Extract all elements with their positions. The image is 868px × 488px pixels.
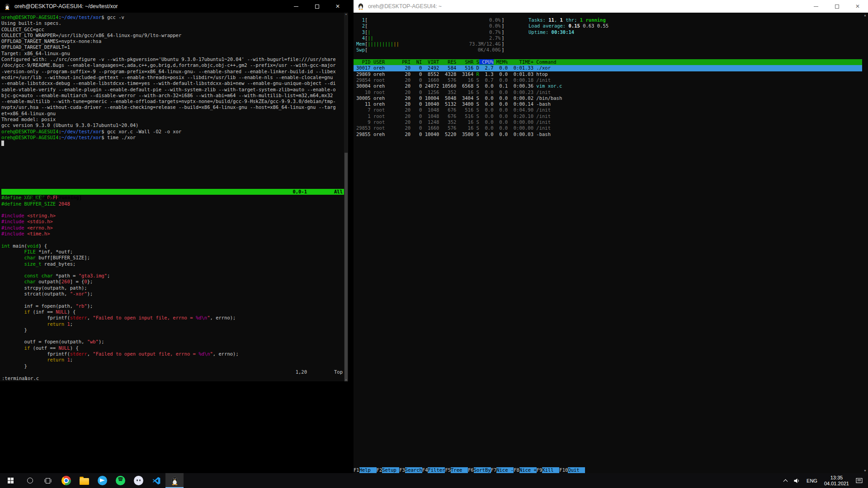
taskbar-app-spotify[interactable] xyxy=(111,473,129,488)
vim-split-view[interactable]: oreh@DESKTOP-AGESUI4:~/dev/test/xor$ gcc… xyxy=(0,13,344,381)
code-line: FILE *inf, *outf; xyxy=(1,249,344,255)
fkey-label-setup[interactable]: Setup xyxy=(382,467,399,473)
search-button[interactable] xyxy=(21,473,39,488)
process-row[interactable]: 10 root 20 0 1256 352 16 S 0.0 0.0 0:00.… xyxy=(354,89,862,95)
close-icon: ✕ xyxy=(855,3,860,9)
fkey-f6[interactable]: F6 xyxy=(468,467,474,473)
fkey-label-help[interactable]: Help xyxy=(359,467,377,473)
shell-line: --enable-libstdcxx-debug --enable-libstd… xyxy=(1,80,344,86)
fkey-label-tree[interactable]: Tree xyxy=(451,467,468,473)
fkey-f3[interactable]: F3 xyxy=(399,467,405,473)
left-scrollbar[interactable] xyxy=(344,13,348,381)
process-row[interactable]: 30004 oreh 20 0 24072 10560 6568 S 0.0 0… xyxy=(354,83,862,89)
code-line: return 1; xyxy=(1,357,344,363)
process-row[interactable]: 1 root 20 0 1048 676 516 S 0.0 0.0 0:20.… xyxy=(354,113,862,119)
code-line xyxy=(1,237,344,243)
code-line xyxy=(1,207,344,213)
action-center-icon xyxy=(856,478,863,484)
fkey-f2[interactable]: F2 xyxy=(377,467,382,473)
left-titlebar[interactable]: oreh@DESKTOP-AGESUI4: ~/dev/test/xor ✕ xyxy=(0,0,348,13)
left-terminal-window: oreh@DESKTOP-AGESUI4: ~/dev/test/xor ✕ o… xyxy=(0,0,348,381)
htop-summary-line: Load average: 0.15 0.63 0.55 xyxy=(528,23,609,29)
shell-line: OFFLOAD_TARGET_DEFAULT=1 xyxy=(1,44,344,50)
close-button[interactable]: ✕ xyxy=(327,0,348,13)
code-line: if (outf == NULL) { xyxy=(1,345,344,351)
process-row[interactable]: 9 root 20 0 1248 352 16 S 0.0 0.0 0:00.0… xyxy=(354,119,862,125)
fkey-f9[interactable]: F9 xyxy=(537,467,542,473)
shell-line: Target: x86_64-linux-gnu xyxy=(1,51,344,56)
windows-logo-icon xyxy=(8,478,14,483)
process-row[interactable]: 11 oreh 20 0 10040 5132 3400 S 0.0 0.0 0… xyxy=(354,101,862,107)
action-center-button[interactable] xyxy=(853,473,866,488)
code-line: #include <string.h> xyxy=(1,213,344,219)
taskbar-app-vscode[interactable] xyxy=(147,473,165,488)
cpu-meter-3: 3[|0.7%] xyxy=(356,29,862,35)
process-row[interactable]: 29855 oreh 20 0 10040 5220 3500 S 0.0 0.… xyxy=(354,131,862,137)
shell-line: COLLECT_LTO_WRAPPER=/usr/lib/gcc/x86_64-… xyxy=(1,33,344,38)
left-scrollbar-thumb[interactable] xyxy=(344,153,348,381)
chrome-icon xyxy=(61,476,71,485)
fkey-f5[interactable]: F5 xyxy=(445,467,451,473)
discord-icon xyxy=(134,476,143,485)
htop-meters: 1[0.0%] 2[0.0%] 3[|0.7%] 4[||2.7%]Mem[||… xyxy=(356,17,862,53)
htop-summary: Tasks: 11, 1 thr; 1 runningLoad average:… xyxy=(528,17,609,35)
fkey-f1[interactable]: F1 xyxy=(354,467,359,473)
language-indicator[interactable]: ENG xyxy=(803,473,821,488)
terminal-ruler: 0,0-1 xyxy=(292,189,307,195)
fkey-f4[interactable]: F4 xyxy=(422,467,428,473)
process-row[interactable]: 30017 oreh 20 0 2492 584 516 D 2.7 0.0 0… xyxy=(354,65,862,71)
shell-line: Thread model: posix xyxy=(1,117,344,122)
vim-file-statusline: xor.c 1,20 Top xyxy=(1,369,344,375)
code-line xyxy=(1,333,344,339)
fkey-f10[interactable]: F10 xyxy=(559,467,568,473)
code-line xyxy=(1,297,344,303)
fkey-f8[interactable]: F8 xyxy=(514,467,519,473)
shell-line: -version-only --program-suffix=-9 --prog… xyxy=(1,69,344,75)
volume-button[interactable] xyxy=(790,473,803,488)
fkey-label-search[interactable]: Search xyxy=(405,467,422,473)
code-line: if (inf == NULL) { xyxy=(1,309,344,315)
taskbar-app-file-explorer[interactable] xyxy=(75,473,93,488)
start-button[interactable] xyxy=(0,473,21,488)
fkey-label-nice--[interactable]: Nice - xyxy=(496,467,514,473)
fkey-label-filter[interactable]: Filter xyxy=(428,467,445,473)
maximize-button[interactable] xyxy=(826,0,847,13)
code-line: return 1; xyxy=(1,321,344,327)
shell-line: --enable-multilib --with-tune=generic --… xyxy=(1,99,344,104)
tray-chevron-button[interactable] xyxy=(781,473,790,488)
memory-meter: Mem[|||||||||||73.3M/12.4G] xyxy=(356,41,862,47)
cpu-meter-2: 2[0.0%] xyxy=(356,23,862,29)
shell-line: OFFLOAD_TARGET_NAMES=nvptx-none:hsa xyxy=(1,38,344,44)
process-row[interactable]: 29869 oreh 20 0 8552 4328 3164 R 1.3 0.0… xyxy=(354,71,862,77)
fkey-label-kill[interactable]: Kill xyxy=(542,467,559,473)
taskbar-app-linux-terminal[interactable] xyxy=(165,473,184,488)
process-row[interactable]: 7 root 20 0 1048 676 516 S 0.0 0.0 0:04.… xyxy=(354,107,862,113)
code-line: size_t read_bytes; xyxy=(1,261,344,267)
code-line: int main(void) { xyxy=(1,243,344,249)
process-row[interactable]: 29854 root 20 0 1660 576 16 S 0.7 0.0 0:… xyxy=(354,77,862,83)
fkey-label-nice-+[interactable]: Nice + xyxy=(519,467,537,473)
process-table-header-row[interactable]: PID USER PRI NI VIRT RES SHR S CPU% MEM%… xyxy=(354,59,862,65)
clock[interactable]: 13:35 04.01.2021 xyxy=(821,475,853,487)
shell-line: Configured with: ../src/configure -v --w… xyxy=(1,56,344,62)
maximize-button[interactable] xyxy=(307,0,327,13)
right-scrollbar[interactable] xyxy=(862,13,868,473)
shell-line: /doc/gcc-9/README.Bugs --enable-language… xyxy=(1,62,344,68)
process-row[interactable]: 30005 oreh 20 0 10004 5048 3404 S 0.0 0.… xyxy=(354,95,862,101)
fkey-label-quit[interactable]: Quit xyxy=(568,467,585,473)
taskbar-app-chrome[interactable] xyxy=(57,473,75,488)
fkey-label-sortby[interactable]: SortBy xyxy=(474,467,491,473)
taskbar-app-telegram[interactable] xyxy=(93,473,111,488)
code-line: char buff[BUFFER_SIZE]; xyxy=(1,255,344,261)
right-titlebar[interactable]: oreh@DESKTOP-AGESUI4: ~ ✕ xyxy=(354,0,868,13)
minimize-button[interactable] xyxy=(286,0,307,13)
fkey-f7[interactable]: F7 xyxy=(491,467,497,473)
close-icon: ✕ xyxy=(335,3,340,9)
tray-date: 04.01.2021 xyxy=(824,481,849,487)
process-row[interactable]: 29853 root 20 0 1660 576 16 S 0.0 0.0 0:… xyxy=(354,125,862,131)
htop-summary-line: Tasks: 11, 1 thr; 1 running xyxy=(528,17,609,23)
task-view-button[interactable] xyxy=(39,473,57,488)
minimize-button[interactable] xyxy=(806,0,826,13)
taskbar-app-discord[interactable] xyxy=(129,473,147,488)
close-button[interactable]: ✕ xyxy=(847,0,868,13)
